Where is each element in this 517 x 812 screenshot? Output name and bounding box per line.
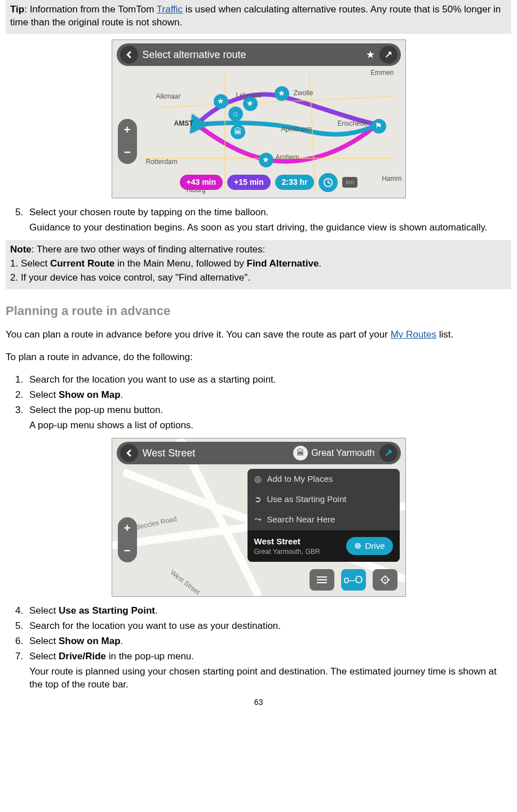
clock-button[interactable] bbox=[319, 173, 338, 192]
menu-button[interactable] bbox=[310, 569, 334, 591]
t: in the pop-up menu. bbox=[106, 651, 194, 662]
poi-star-icon: ★ bbox=[275, 86, 289, 101]
poi-building-icon: 🏛 bbox=[231, 125, 245, 139]
note-box: Note: There are two other ways of findin… bbox=[6, 240, 511, 289]
target-icon: ➲ bbox=[254, 494, 262, 505]
step-3-body: A pop-up menu shows a list of options. bbox=[29, 419, 511, 432]
back-button[interactable] bbox=[120, 444, 138, 462]
t: Select bbox=[29, 636, 59, 646]
note-item-2: 2. If your device has voice control, say… bbox=[10, 272, 507, 285]
zoom-control[interactable]: + − bbox=[118, 517, 137, 562]
figure-topbar: Select alternative route ★ bbox=[117, 43, 401, 66]
step-6: Select Show on Map. bbox=[26, 635, 511, 648]
t: . bbox=[155, 605, 158, 616]
location-info-icon: 🏛 bbox=[293, 446, 308, 460]
t: 1. Select bbox=[10, 258, 50, 269]
map-label: Hamm bbox=[382, 174, 401, 183]
step-5: Select your chosen route by tapping on t… bbox=[26, 206, 511, 234]
step-2: Select Show on Map. bbox=[26, 389, 511, 402]
selected-title: West Street bbox=[254, 536, 320, 547]
drive-label: Drive bbox=[365, 540, 385, 552]
route-time-pill[interactable]: 2:33 hr bbox=[275, 175, 315, 190]
bottom-controls: o–O bbox=[310, 569, 397, 591]
map-label: Rotterdam bbox=[146, 157, 178, 166]
t: Select bbox=[29, 389, 59, 400]
step-7: Select Drive/Ride in the pop-up menu. Yo… bbox=[26, 650, 511, 691]
map-label: Arnhem bbox=[276, 153, 299, 162]
topbar-right-title: Great Yarmouth bbox=[311, 447, 374, 459]
route-time-pill[interactable]: +15 min bbox=[227, 175, 271, 190]
t: in the Main Menu, followed by bbox=[114, 258, 246, 269]
map-label: Apeldoorn bbox=[281, 125, 312, 134]
topbar-title: Select alternative route bbox=[143, 48, 361, 61]
zoom-in-icon[interactable]: + bbox=[124, 521, 131, 536]
my-routes-link[interactable]: My Routes bbox=[391, 329, 436, 340]
t: Find Alternative bbox=[247, 258, 319, 269]
step-5-line1: Select your chosen route by tapping on t… bbox=[29, 207, 268, 218]
tip-text: Tip: Information from the TomTom Traffic… bbox=[10, 3, 507, 29]
step-7-body: Your route is planned using your chosen … bbox=[29, 665, 511, 691]
zoom-in-icon[interactable]: + bbox=[124, 122, 131, 137]
zoom-control[interactable]: + − bbox=[118, 119, 137, 164]
menu-item-add-places[interactable]: ◎ Add to My Places bbox=[248, 469, 400, 489]
t: Drive/Ride bbox=[59, 651, 106, 662]
drive-button[interactable]: ☸ Drive bbox=[346, 537, 392, 555]
tip-before: : Information from the TomTom bbox=[24, 4, 157, 15]
switch-view-button[interactable] bbox=[379, 444, 397, 462]
t: Show on Map bbox=[59, 636, 121, 646]
figure-alternative-route: ★ ⌂ ★ 🏛 ★ ★ ⚑ Emmen Alkmaar Lelystad Zwo… bbox=[112, 39, 406, 198]
switch-view-button[interactable] bbox=[379, 46, 397, 64]
tip-box: Tip: Information from the TomTom Traffic… bbox=[6, 0, 511, 34]
t: You can plan a route in advance before y… bbox=[6, 329, 391, 340]
zoom-out-icon[interactable]: − bbox=[124, 145, 131, 160]
svg-point-2 bbox=[384, 579, 386, 581]
t: . bbox=[121, 389, 123, 400]
map-label: AMST bbox=[174, 119, 193, 128]
road-label: Beccles Road bbox=[135, 514, 178, 531]
traffic-link[interactable]: Traffic bbox=[157, 4, 183, 15]
t: Use as Starting Point bbox=[59, 605, 155, 616]
steps-1-3: Search for the location you want to use … bbox=[6, 374, 511, 432]
distance-unit: km bbox=[342, 177, 357, 188]
note-item-1: 1. Select Current Route in the Main Menu… bbox=[10, 258, 507, 270]
recenter-button[interactable] bbox=[373, 569, 397, 591]
t: list. bbox=[436, 329, 453, 340]
step-1: Search for the location you want to use … bbox=[26, 374, 511, 387]
t: Show on Map bbox=[59, 389, 121, 400]
intro2: To plan a route in advance, do the follo… bbox=[6, 351, 511, 364]
menu-label: Search Near Here bbox=[267, 514, 335, 525]
route-time-pills: +43 min +15 min 2:33 hr km bbox=[180, 173, 358, 192]
map-label: Alkmaar bbox=[156, 92, 181, 101]
map-label: Enschede bbox=[338, 119, 368, 128]
step-4: Select Use as Starting Point. bbox=[26, 605, 511, 618]
note-label: Note bbox=[10, 244, 32, 255]
road-label: West Street bbox=[169, 568, 202, 597]
tip-label: Tip bbox=[10, 4, 24, 15]
page-number: 63 bbox=[6, 697, 511, 708]
map-label: Emmen bbox=[370, 68, 394, 77]
pin-icon: ◎ bbox=[254, 473, 262, 485]
destination-flag-icon: ⚑ bbox=[372, 119, 386, 134]
favorite-star-icon: ★ bbox=[366, 48, 375, 61]
back-button[interactable] bbox=[120, 46, 138, 64]
step-5b: Search for the location you want to use … bbox=[26, 620, 511, 633]
section-heading: Planning a route in advance bbox=[6, 303, 511, 320]
t: . bbox=[121, 636, 123, 646]
steering-wheel-icon: ☸ bbox=[354, 540, 361, 552]
menu-item-search-near[interactable]: ⤳ Search Near Here bbox=[248, 509, 400, 530]
t: Current Route bbox=[50, 258, 114, 269]
t: Select the pop-up menu button. bbox=[29, 405, 163, 415]
zoom-out-icon[interactable]: − bbox=[124, 543, 131, 558]
popup-menu: ◎ Add to My Places ➲ Use as Starting Poi… bbox=[248, 469, 400, 562]
selected-subtitle: Great Yarmouth, GBR bbox=[254, 547, 320, 556]
menu-item-starting-point[interactable]: ➲ Use as Starting Point bbox=[248, 489, 400, 509]
menu-icon bbox=[316, 576, 328, 584]
t: Select bbox=[29, 651, 59, 662]
route-overview-button[interactable]: o–O bbox=[341, 569, 366, 591]
t: Select bbox=[29, 605, 59, 616]
menu-item-selected[interactable]: West Street Great Yarmouth, GBR ☸ Drive bbox=[248, 530, 400, 562]
map-label: Lelystad bbox=[236, 91, 262, 100]
menu-label: Add to My Places bbox=[267, 473, 333, 485]
route-time-pill[interactable]: +43 min bbox=[180, 175, 223, 190]
crosshair-icon bbox=[380, 575, 390, 585]
